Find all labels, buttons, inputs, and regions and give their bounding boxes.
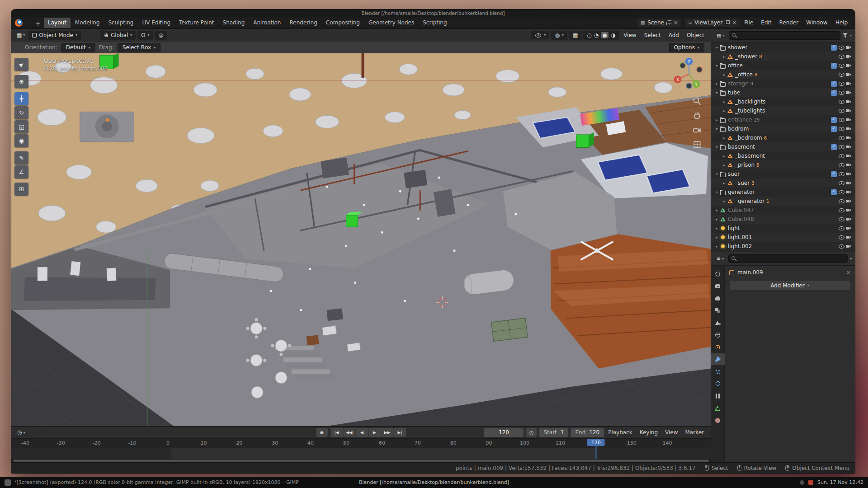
axis-neg-y-handle[interactable] bbox=[680, 63, 685, 68]
expand-arrow-icon[interactable]: ▾ bbox=[714, 64, 720, 68]
menubar-item[interactable]: Render bbox=[776, 18, 802, 27]
outliner-row[interactable]: ▸ _backlights bbox=[711, 97, 855, 106]
expand-arrow-icon[interactable]: ▾ bbox=[714, 91, 720, 95]
props-tab-tool[interactable] bbox=[711, 268, 725, 280]
orientation-select[interactable]: Default ▾ bbox=[61, 43, 95, 52]
include-checkbox[interactable] bbox=[831, 81, 837, 87]
outliner-item-name[interactable]: entrance bbox=[728, 117, 752, 123]
expand-arrow-icon[interactable]: ▸ bbox=[714, 208, 720, 212]
hide-eye-icon[interactable] bbox=[838, 72, 845, 77]
tool-add-cube-button[interactable]: ⊞ bbox=[14, 183, 28, 196]
hide-eye-icon[interactable] bbox=[838, 108, 845, 113]
expand-arrow-icon[interactable]: ▾ bbox=[714, 145, 720, 149]
filter-icon[interactable] bbox=[843, 33, 848, 38]
expand-arrow-icon[interactable]: ▸ bbox=[721, 154, 727, 158]
expand-arrow-icon[interactable]: ▸ bbox=[721, 100, 727, 104]
outliner-item-name[interactable]: generator bbox=[728, 189, 755, 195]
render-visibility-icon[interactable] bbox=[845, 198, 852, 204]
viewport-menu-item[interactable]: View bbox=[620, 31, 639, 40]
timeline-track[interactable] bbox=[11, 448, 711, 459]
pan-hand-icon[interactable] bbox=[693, 111, 702, 120]
outliner-row[interactable]: ▸ _office 8 bbox=[711, 70, 855, 79]
outliner-item-name[interactable]: light.001 bbox=[728, 234, 752, 240]
hide-eye-icon[interactable] bbox=[838, 207, 845, 213]
expand-arrow-icon[interactable]: ▸ bbox=[714, 82, 720, 86]
tool-select-box-button[interactable]: ▶ bbox=[14, 58, 28, 71]
window-titlebar[interactable]: Blender [/home/amalie/Desktop/blender/bu… bbox=[11, 9, 855, 17]
wireframe-shading-icon[interactable]: ○ bbox=[587, 32, 591, 38]
props-tab-render[interactable] bbox=[711, 280, 725, 292]
visibility-dropdown[interactable]: ▾ bbox=[531, 31, 549, 39]
properties-search-input[interactable] bbox=[728, 254, 848, 263]
outliner-item-name[interactable]: shower bbox=[728, 44, 747, 51]
outliner-row[interactable]: ▾ office bbox=[711, 61, 855, 70]
workspace-tab[interactable]: UV Editing bbox=[138, 18, 175, 28]
new-viewlayer-icon[interactable] bbox=[725, 20, 730, 25]
tool-measure-button[interactable]: ∠ bbox=[14, 165, 28, 178]
auto-keying-toggle[interactable]: ● bbox=[316, 428, 328, 437]
props-tab-scene[interactable] bbox=[711, 317, 725, 328]
render-visibility-icon[interactable] bbox=[845, 99, 852, 105]
outliner-editor-type-button[interactable]: ▤ ▾ bbox=[714, 32, 726, 39]
transport-button[interactable]: ◀ bbox=[356, 428, 368, 437]
hide-eye-icon[interactable] bbox=[838, 216, 845, 222]
taskbar-active-window-title[interactable]: Blender [/home/amalie/Desktop/blender/bu… bbox=[359, 479, 509, 485]
timeline-menu-item[interactable]: Playback bbox=[605, 428, 636, 437]
outliner-row[interactable]: ▸ _suer 3 bbox=[711, 178, 855, 188]
workspace-tab[interactable]: Shading bbox=[219, 18, 249, 28]
properties-options-arrow[interactable]: ▾ bbox=[850, 257, 852, 261]
timeline-ruler[interactable]: -40 -30 -20 -10 0 10 20 30 bbox=[11, 438, 711, 448]
expand-arrow-icon[interactable]: ▾ bbox=[714, 127, 720, 131]
unlink-scene-icon[interactable]: × bbox=[674, 19, 678, 26]
outliner-row[interactable]: ▸ light.001 bbox=[711, 233, 855, 242]
viewport-canvas[interactable]: User Perspective (120) points | main.009… bbox=[11, 53, 711, 426]
outliner-row[interactable]: ▸ entrance 29 bbox=[711, 115, 855, 124]
include-checkbox[interactable] bbox=[831, 90, 837, 96]
transport-button[interactable]: ◀◀ bbox=[343, 428, 355, 437]
toggle-ortho-grid-icon[interactable] bbox=[693, 140, 702, 149]
outliner-item-name[interactable]: tube bbox=[728, 89, 740, 96]
outliner-item-name[interactable]: light bbox=[728, 225, 740, 231]
expand-arrow-icon[interactable]: ▸ bbox=[714, 235, 720, 239]
tray-icon[interactable] bbox=[800, 480, 804, 485]
include-checkbox[interactable] bbox=[831, 63, 837, 69]
transport-button[interactable]: |◀ bbox=[330, 428, 343, 437]
viewlayer-selector[interactable]: ≡ ViewLayer × bbox=[684, 18, 740, 27]
expand-arrow-icon[interactable]: ▸ bbox=[721, 199, 727, 203]
workspace-tab[interactable]: Rendering bbox=[285, 18, 321, 28]
render-visibility-icon[interactable] bbox=[845, 117, 852, 123]
outliner-search-input[interactable] bbox=[729, 31, 840, 40]
render-visibility-icon[interactable] bbox=[845, 234, 852, 240]
hide-eye-icon[interactable] bbox=[838, 45, 845, 50]
properties-editor-type-button[interactable]: ≡ ▾ bbox=[714, 255, 726, 263]
props-tab-modifiers[interactable] bbox=[711, 353, 725, 365]
outliner-row[interactable]: ▾ bedrom bbox=[711, 124, 855, 133]
workspace-tab[interactable]: Layout bbox=[44, 18, 71, 28]
timeline-playhead[interactable]: 120 bbox=[587, 438, 605, 459]
include-checkbox[interactable] bbox=[831, 171, 837, 177]
outliner-item-name[interactable]: _suer bbox=[735, 180, 750, 186]
outliner-item-name[interactable]: _tubelights bbox=[735, 108, 765, 114]
render-visibility-icon[interactable] bbox=[845, 144, 852, 150]
render-visibility-icon[interactable] bbox=[845, 53, 852, 60]
proportional-editing-toggle[interactable]: ◎ bbox=[155, 31, 167, 40]
add-workspace-button[interactable]: + bbox=[33, 20, 43, 28]
viewport-menu-item[interactable]: Object bbox=[684, 31, 708, 40]
snapping-toggle[interactable]: Ω ▾ bbox=[137, 31, 153, 40]
hide-eye-icon[interactable] bbox=[838, 54, 845, 59]
hide-eye-icon[interactable] bbox=[838, 126, 845, 131]
expand-arrow-icon[interactable]: ▸ bbox=[721, 55, 727, 59]
render-visibility-icon[interactable] bbox=[845, 126, 852, 132]
outliner-item-name[interactable]: Cube.047 bbox=[728, 207, 754, 213]
outliner-item-name[interactable]: office bbox=[728, 62, 743, 69]
transport-button[interactable]: ▶▶ bbox=[381, 428, 393, 437]
timeline-menu-item[interactable]: View bbox=[662, 428, 681, 437]
taskbar-gimp-item[interactable]: *[Screenshot] (exported)-124.0 (RGB colo… bbox=[5, 479, 299, 486]
outliner-row[interactable]: ▸ _bedroom 6 bbox=[711, 133, 855, 142]
hide-eye-icon[interactable] bbox=[838, 135, 845, 141]
outliner-row[interactable]: ▸ light.002 bbox=[711, 242, 855, 251]
render-visibility-icon[interactable] bbox=[845, 108, 852, 114]
taskbar-clock[interactable]: Sun, 17 Nov 12:42 bbox=[817, 479, 863, 485]
outliner-item-name[interactable]: _prison bbox=[735, 162, 755, 168]
outliner-item-name[interactable]: storage bbox=[728, 80, 749, 87]
